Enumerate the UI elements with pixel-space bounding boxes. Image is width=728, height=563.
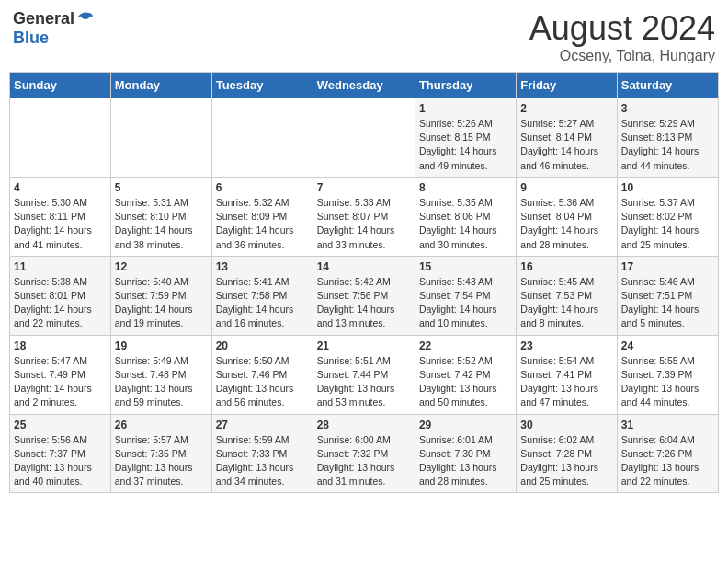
day-info: Sunrise: 5:55 AM Sunset: 7:39 PM Dayligh… <box>621 354 714 410</box>
day-number: 25 <box>14 419 107 431</box>
month-year-title: August 2024 <box>529 9 715 48</box>
calendar-cell: 12Sunrise: 5:40 AM Sunset: 7:59 PM Dayli… <box>110 256 211 335</box>
weekday-header-wednesday: Wednesday <box>313 73 415 98</box>
day-info: Sunrise: 5:42 AM Sunset: 7:56 PM Dayligh… <box>317 275 411 331</box>
day-info: Sunrise: 6:04 AM Sunset: 7:26 PM Dayligh… <box>621 433 714 489</box>
calendar-cell: 29Sunrise: 6:01 AM Sunset: 7:30 PM Dayli… <box>415 414 516 493</box>
day-info: Sunrise: 5:30 AM Sunset: 8:11 PM Dayligh… <box>14 196 107 252</box>
calendar-cell: 25Sunrise: 5:56 AM Sunset: 7:37 PM Dayli… <box>10 414 111 493</box>
calendar-week-row: 25Sunrise: 5:56 AM Sunset: 7:37 PM Dayli… <box>10 414 719 493</box>
day-number: 15 <box>419 260 512 273</box>
day-number: 27 <box>216 419 309 431</box>
location-subtitle: Ocseny, Tolna, Hungary <box>529 48 715 64</box>
day-number: 29 <box>419 419 512 431</box>
logo-blue-text: Blue <box>13 29 49 48</box>
day-info: Sunrise: 5:59 AM Sunset: 7:33 PM Dayligh… <box>216 433 309 489</box>
calendar-cell <box>313 98 415 178</box>
day-number: 12 <box>115 260 208 273</box>
day-number: 16 <box>520 260 612 273</box>
weekday-header-thursday: Thursday <box>415 73 516 98</box>
day-info: Sunrise: 5:52 AM Sunset: 7:42 PM Dayligh… <box>419 354 512 410</box>
weekday-header-saturday: Saturday <box>617 73 718 98</box>
day-info: Sunrise: 5:26 AM Sunset: 8:15 PM Dayligh… <box>419 117 512 173</box>
calendar-cell: 7Sunrise: 5:33 AM Sunset: 8:07 PM Daylig… <box>313 177 415 256</box>
day-number: 30 <box>520 419 612 431</box>
day-info: Sunrise: 5:51 AM Sunset: 7:44 PM Dayligh… <box>317 354 411 410</box>
day-info: Sunrise: 5:43 AM Sunset: 7:54 PM Dayligh… <box>419 275 512 331</box>
day-number: 24 <box>621 339 714 352</box>
day-number: 28 <box>317 419 411 431</box>
calendar-cell: 13Sunrise: 5:41 AM Sunset: 7:58 PM Dayli… <box>211 256 313 335</box>
weekday-header-row: SundayMondayTuesdayWednesdayThursdayFrid… <box>10 73 719 98</box>
calendar-cell: 1Sunrise: 5:26 AM Sunset: 8:15 PM Daylig… <box>415 98 516 178</box>
logo-bird-icon <box>76 10 95 29</box>
calendar-cell <box>211 98 313 178</box>
day-info: Sunrise: 5:33 AM Sunset: 8:07 PM Dayligh… <box>317 196 411 252</box>
weekday-header-tuesday: Tuesday <box>211 73 313 98</box>
day-number: 9 <box>520 181 612 194</box>
day-number: 18 <box>14 339 107 352</box>
calendar-table: SundayMondayTuesdayWednesdayThursdayFrid… <box>9 72 719 493</box>
day-info: Sunrise: 6:01 AM Sunset: 7:30 PM Dayligh… <box>419 433 512 489</box>
day-number: 13 <box>216 260 309 273</box>
logo-general-text: General <box>13 9 74 29</box>
day-number: 5 <box>115 181 208 194</box>
weekday-header-monday: Monday <box>110 73 211 98</box>
calendar-week-row: 11Sunrise: 5:38 AM Sunset: 8:01 PM Dayli… <box>10 256 719 335</box>
day-info: Sunrise: 5:31 AM Sunset: 8:10 PM Dayligh… <box>115 196 208 252</box>
calendar-cell: 4Sunrise: 5:30 AM Sunset: 8:11 PM Daylig… <box>10 177 111 256</box>
day-number: 3 <box>621 102 714 115</box>
calendar-cell: 19Sunrise: 5:49 AM Sunset: 7:48 PM Dayli… <box>110 335 211 414</box>
calendar-cell: 15Sunrise: 5:43 AM Sunset: 7:54 PM Dayli… <box>415 256 516 335</box>
day-info: Sunrise: 5:57 AM Sunset: 7:35 PM Dayligh… <box>115 433 208 489</box>
day-number: 21 <box>317 339 411 352</box>
day-number: 7 <box>317 181 411 194</box>
title-block: August 2024 Ocseny, Tolna, Hungary <box>529 9 715 64</box>
calendar-cell: 16Sunrise: 5:45 AM Sunset: 7:53 PM Dayli… <box>517 256 617 335</box>
calendar-cell: 28Sunrise: 6:00 AM Sunset: 7:32 PM Dayli… <box>313 414 415 493</box>
day-info: Sunrise: 5:40 AM Sunset: 7:59 PM Dayligh… <box>115 275 208 331</box>
calendar-cell: 18Sunrise: 5:47 AM Sunset: 7:49 PM Dayli… <box>10 335 111 414</box>
calendar-week-row: 18Sunrise: 5:47 AM Sunset: 7:49 PM Dayli… <box>10 335 719 414</box>
calendar-cell: 23Sunrise: 5:54 AM Sunset: 7:41 PM Dayli… <box>517 335 617 414</box>
day-number: 31 <box>621 419 714 431</box>
day-info: Sunrise: 5:50 AM Sunset: 7:46 PM Dayligh… <box>216 354 309 410</box>
calendar-cell: 20Sunrise: 5:50 AM Sunset: 7:46 PM Dayli… <box>211 335 313 414</box>
day-info: Sunrise: 5:45 AM Sunset: 7:53 PM Dayligh… <box>520 275 612 331</box>
day-number: 14 <box>317 260 411 273</box>
calendar-cell: 17Sunrise: 5:46 AM Sunset: 7:51 PM Dayli… <box>617 256 718 335</box>
day-number: 10 <box>621 181 714 194</box>
weekday-header-friday: Friday <box>517 73 617 98</box>
day-info: Sunrise: 6:00 AM Sunset: 7:32 PM Dayligh… <box>317 433 411 489</box>
day-number: 23 <box>520 339 612 352</box>
day-info: Sunrise: 5:38 AM Sunset: 8:01 PM Dayligh… <box>14 275 107 331</box>
calendar-cell: 31Sunrise: 6:04 AM Sunset: 7:26 PM Dayli… <box>617 414 718 493</box>
day-number: 11 <box>14 260 107 273</box>
calendar-cell: 21Sunrise: 5:51 AM Sunset: 7:44 PM Dayli… <box>313 335 415 414</box>
day-number: 6 <box>216 181 309 194</box>
calendar-cell: 27Sunrise: 5:59 AM Sunset: 7:33 PM Dayli… <box>211 414 313 493</box>
day-info: Sunrise: 5:35 AM Sunset: 8:06 PM Dayligh… <box>419 196 512 252</box>
calendar-week-row: 4Sunrise: 5:30 AM Sunset: 8:11 PM Daylig… <box>10 177 719 256</box>
calendar-cell: 22Sunrise: 5:52 AM Sunset: 7:42 PM Dayli… <box>415 335 516 414</box>
day-number: 17 <box>621 260 714 273</box>
calendar-cell: 8Sunrise: 5:35 AM Sunset: 8:06 PM Daylig… <box>415 177 516 256</box>
calendar-cell: 24Sunrise: 5:55 AM Sunset: 7:39 PM Dayli… <box>617 335 718 414</box>
day-info: Sunrise: 5:54 AM Sunset: 7:41 PM Dayligh… <box>520 354 612 410</box>
weekday-header-sunday: Sunday <box>10 73 111 98</box>
calendar-cell: 6Sunrise: 5:32 AM Sunset: 8:09 PM Daylig… <box>211 177 313 256</box>
calendar-cell <box>10 98 111 178</box>
calendar-cell <box>110 98 211 178</box>
day-info: Sunrise: 5:41 AM Sunset: 7:58 PM Dayligh… <box>216 275 309 331</box>
day-number: 8 <box>419 181 512 194</box>
day-number: 22 <box>419 339 512 352</box>
calendar-cell: 11Sunrise: 5:38 AM Sunset: 8:01 PM Dayli… <box>10 256 111 335</box>
day-info: Sunrise: 5:27 AM Sunset: 8:14 PM Dayligh… <box>520 117 612 173</box>
page-header: General Blue August 2024 Ocseny, Tolna, … <box>9 9 719 64</box>
day-number: 20 <box>216 339 309 352</box>
calendar-cell: 9Sunrise: 5:36 AM Sunset: 8:04 PM Daylig… <box>517 177 617 256</box>
day-info: Sunrise: 5:36 AM Sunset: 8:04 PM Dayligh… <box>520 196 612 252</box>
day-number: 4 <box>14 181 107 194</box>
day-info: Sunrise: 5:46 AM Sunset: 7:51 PM Dayligh… <box>621 275 714 331</box>
calendar-cell: 3Sunrise: 5:29 AM Sunset: 8:13 PM Daylig… <box>617 98 718 178</box>
